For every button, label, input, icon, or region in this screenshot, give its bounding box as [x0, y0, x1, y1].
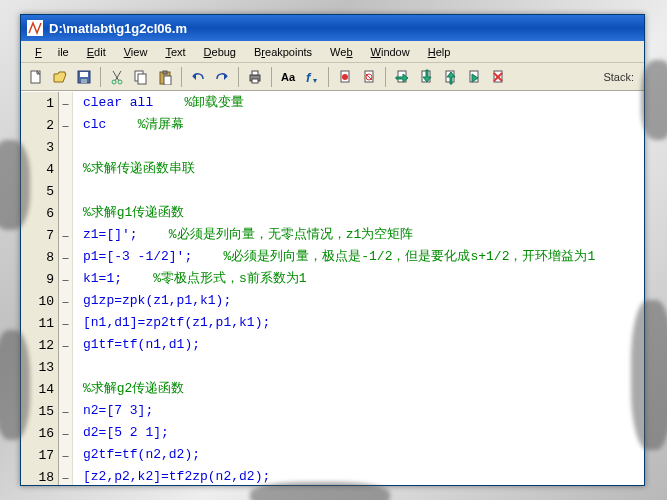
code-line[interactable]: %求解传递函数串联 — [83, 158, 644, 180]
line-number: 6 — [21, 202, 58, 224]
exec-mark: – — [59, 246, 72, 268]
code-line[interactable] — [83, 136, 644, 158]
line-number: 18 — [21, 466, 58, 485]
set-breakpoint-icon[interactable] — [334, 66, 356, 88]
step-in-icon[interactable] — [415, 66, 437, 88]
svg-point-6 — [118, 80, 122, 84]
print-icon[interactable] — [244, 66, 266, 88]
step-out-icon[interactable] — [439, 66, 461, 88]
window-title: D:\matlabt\g1g2cl06.m — [49, 21, 187, 36]
app-icon — [27, 20, 43, 36]
code-line[interactable]: [n1,d1]=zp2tf(z1,p1,k1); — [83, 312, 644, 334]
line-number: 1 — [21, 92, 58, 114]
paste-icon[interactable] — [154, 66, 176, 88]
exec-mark — [59, 158, 72, 180]
run-icon[interactable] — [463, 66, 485, 88]
code-line[interactable]: g1zp=zpk(z1,p1,k1); — [83, 290, 644, 312]
menu-text[interactable]: Text — [157, 44, 193, 60]
exec-mark: – — [59, 444, 72, 466]
editor-window: D:\matlabt\g1g2cl06.m File Edit View Tex… — [20, 14, 645, 486]
menu-view[interactable]: View — [116, 44, 156, 60]
line-number: 12 — [21, 334, 58, 356]
line-number: 15 — [21, 400, 58, 422]
exec-mark: – — [59, 312, 72, 334]
code-line[interactable]: k1=1; %零极点形式，s前系数为1 — [83, 268, 644, 290]
svg-text:▾: ▾ — [313, 76, 317, 85]
svg-text:Aa: Aa — [281, 71, 296, 83]
code-line[interactable] — [83, 356, 644, 378]
titlebar[interactable]: D:\matlabt\g1g2cl06.m — [21, 15, 644, 41]
code-line[interactable]: p1=[-3 -1/2]'; %必须是列向量，极点是-1/2，但是要化成s+1/… — [83, 246, 644, 268]
cut-icon[interactable] — [106, 66, 128, 88]
exec-mark — [59, 356, 72, 378]
code-area[interactable]: clear all %卸载变量clc %清屏幕%求解传递函数串联%求解g1传递函… — [73, 92, 644, 485]
exec-mark — [59, 180, 72, 202]
line-number: 4 — [21, 158, 58, 180]
code-line[interactable]: [z2,p2,k2]=tf2zp(n2,d2); — [83, 466, 644, 485]
code-line[interactable]: clear all %卸载变量 — [83, 92, 644, 114]
editor: 12345678910111213141516171819 ––––––––––… — [21, 91, 644, 485]
save-icon[interactable] — [73, 66, 95, 88]
line-number: 17 — [21, 444, 58, 466]
code-line[interactable] — [83, 180, 644, 202]
svg-point-5 — [112, 80, 116, 84]
new-icon[interactable] — [25, 66, 47, 88]
menu-window[interactable]: Window — [363, 44, 418, 60]
code-line[interactable]: %求解g2传递函数 — [83, 378, 644, 400]
line-number: 16 — [21, 422, 58, 444]
code-line[interactable]: z1=[]'; %必须是列向量，无零点情况，z1为空矩阵 — [83, 224, 644, 246]
menu-web[interactable]: Web — [322, 44, 360, 60]
line-number: 5 — [21, 180, 58, 202]
svg-rect-11 — [164, 76, 171, 85]
exit-debug-icon[interactable] — [487, 66, 509, 88]
exec-mark: – — [59, 400, 72, 422]
svg-rect-14 — [252, 79, 258, 83]
exec-mark: – — [59, 224, 72, 246]
menu-edit[interactable]: Edit — [79, 44, 114, 60]
redo-icon[interactable] — [211, 66, 233, 88]
svg-point-19 — [342, 74, 348, 80]
menubar: File Edit View Text Debug Breakpoints We… — [21, 41, 644, 63]
code-line[interactable]: clc %清屏幕 — [83, 114, 644, 136]
menu-breakpoints[interactable]: Breakpoints — [246, 44, 320, 60]
function-icon[interactable]: f▾ — [301, 66, 323, 88]
menu-file[interactable]: File — [27, 44, 77, 60]
line-number: 9 — [21, 268, 58, 290]
svg-rect-10 — [163, 71, 167, 74]
copy-icon[interactable] — [130, 66, 152, 88]
exec-mark: – — [59, 290, 72, 312]
svg-text:f: f — [306, 70, 312, 85]
code-line[interactable]: d2=[5 2 1]; — [83, 422, 644, 444]
exec-mark: – — [59, 92, 72, 114]
menu-help[interactable]: Help — [420, 44, 459, 60]
clear-breakpoint-icon[interactable] — [358, 66, 380, 88]
exec-mark — [59, 136, 72, 158]
open-icon[interactable] — [49, 66, 71, 88]
exec-mark — [59, 378, 72, 400]
breakpoint-column[interactable]: ––––––––––––– — [59, 92, 73, 485]
line-number: 3 — [21, 136, 58, 158]
svg-rect-3 — [80, 72, 88, 77]
line-number: 8 — [21, 246, 58, 268]
undo-icon[interactable] — [187, 66, 209, 88]
exec-mark — [59, 202, 72, 224]
exec-mark: – — [59, 334, 72, 356]
exec-mark: – — [59, 268, 72, 290]
line-number: 10 — [21, 290, 58, 312]
line-number: 2 — [21, 114, 58, 136]
exec-mark: – — [59, 114, 72, 136]
find-icon[interactable]: Aa — [277, 66, 299, 88]
code-line[interactable]: g2tf=tf(n2,d2); — [83, 444, 644, 466]
step-icon[interactable] — [391, 66, 413, 88]
menu-debug[interactable]: Debug — [196, 44, 244, 60]
stack-label: Stack: — [597, 71, 640, 83]
svg-rect-4 — [81, 79, 87, 83]
code-line[interactable]: %求解g1传递函数 — [83, 202, 644, 224]
svg-rect-13 — [252, 71, 258, 75]
code-line[interactable]: n2=[7 3]; — [83, 400, 644, 422]
svg-rect-8 — [138, 74, 146, 84]
line-number: 11 — [21, 312, 58, 334]
code-line[interactable]: g1tf=tf(n1,d1); — [83, 334, 644, 356]
line-number: 14 — [21, 378, 58, 400]
exec-mark: – — [59, 466, 72, 485]
